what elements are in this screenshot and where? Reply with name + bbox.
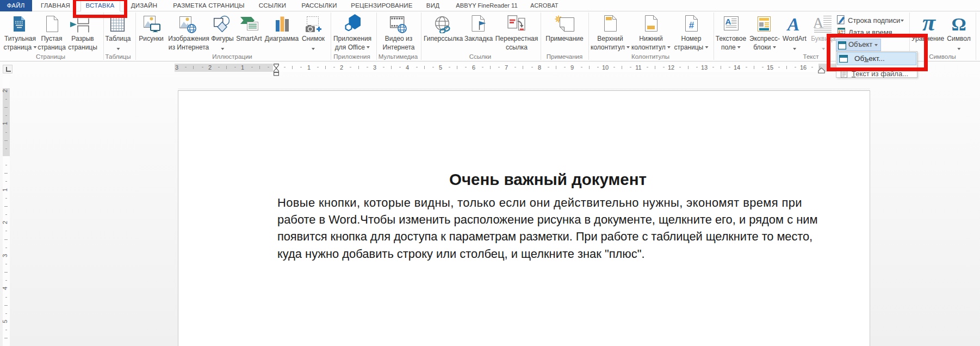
svg-text:#: # bbox=[689, 20, 694, 30]
svg-text:A: A bbox=[786, 16, 799, 32]
svg-text:A: A bbox=[725, 17, 731, 26]
svg-text:π: π bbox=[922, 14, 936, 32]
svg-text:Ω: Ω bbox=[951, 15, 966, 31]
